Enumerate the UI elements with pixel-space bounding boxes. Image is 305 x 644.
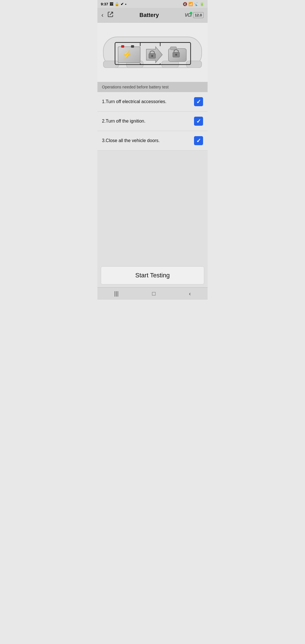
operations-header: Operations needed before battery test: [97, 82, 208, 92]
svg-line-0: [110, 12, 113, 15]
version-badge: 12.0: [193, 12, 204, 18]
dot-icon: •: [125, 2, 127, 6]
car-diagram-area: ⚡: [97, 23, 208, 82]
svg-point-17: [175, 54, 177, 56]
back-nav-button[interactable]: ‹: [183, 288, 197, 299]
checkbox-2[interactable]: [194, 117, 203, 126]
start-button-container: Start Testing: [97, 264, 208, 287]
battery-icon: 🔋: [200, 2, 204, 6]
vci-badge: VCI: [185, 13, 191, 18]
status-right: 🔇 📶 📡 🔋: [183, 2, 204, 6]
checklist-item-3[interactable]: 3.Close all the vehicle doors.: [97, 131, 208, 151]
lock-icon: 🔒: [115, 2, 119, 6]
recent-apps-button[interactable]: |||: [108, 288, 124, 299]
checkbox-1[interactable]: [194, 97, 203, 106]
checkbox-3[interactable]: [194, 136, 203, 145]
nav-left: ‹: [101, 11, 114, 19]
export-button[interactable]: [107, 11, 114, 19]
version-number: 12.0: [195, 13, 202, 17]
check-icon: ✔: [121, 2, 124, 6]
start-testing-button[interactable]: Start Testing: [101, 266, 204, 284]
nav-bar: ‹ Battery VCI 12.0: [97, 8, 208, 23]
svg-rect-15: [170, 47, 177, 50]
svg-point-13: [151, 55, 153, 57]
car-diagram-svg: ⚡: [100, 28, 205, 77]
back-button[interactable]: ‹: [101, 12, 103, 19]
wifi-icon: 📶: [188, 2, 193, 6]
svg-text:⚡: ⚡: [122, 49, 132, 59]
operations-header-text: Operations needed before battery test: [102, 85, 169, 89]
status-left: 9:37 🖼 🔒 ✔ •: [101, 2, 127, 6]
bottom-nav: ||| □ ‹: [97, 287, 208, 300]
checklist-item-3-text: 3.Close all the vehicle doors.: [102, 138, 194, 143]
checklist-item-1[interactable]: 1.Turn off electrical accessories.: [97, 92, 208, 112]
svg-rect-9: [131, 45, 134, 48]
checklist-item-1-text: 1.Turn off electrical accessories.: [102, 99, 194, 104]
page-title: Battery: [114, 12, 185, 18]
svg-rect-8: [121, 45, 124, 48]
signal-icon: 📡: [194, 2, 199, 6]
checklist-item-2-text: 2.Turn off the ignition.: [102, 119, 194, 124]
mute-icon: 🔇: [183, 2, 187, 6]
status-time: 9:37: [101, 2, 108, 6]
checklist: 1.Turn off electrical accessories. 2.Tur…: [97, 92, 208, 151]
status-bar: 9:37 🖼 🔒 ✔ • 🔇 📶 📡 🔋: [97, 0, 208, 8]
content-spacer: [97, 151, 208, 264]
image-icon: 🖼: [110, 2, 113, 6]
home-button[interactable]: □: [146, 288, 161, 299]
checklist-item-2[interactable]: 2.Turn off the ignition.: [97, 112, 208, 131]
vci-connected-dot: [190, 12, 192, 14]
nav-right: VCI 12.0: [185, 12, 204, 18]
